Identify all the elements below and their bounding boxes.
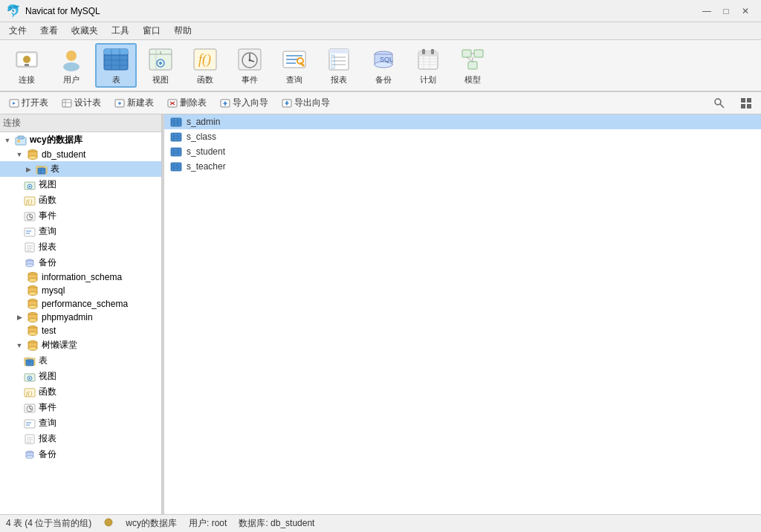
sidebar-shulanketan-tables[interactable]: 表 bbox=[0, 353, 161, 369]
new-table-button[interactable]: 新建表 bbox=[109, 94, 160, 111]
sidebar-mysql[interactable]: ▶ mysql bbox=[0, 284, 161, 297]
phpmyadmin-label: phpmyadmin bbox=[42, 312, 93, 322]
delete-table-button[interactable]: 删除表 bbox=[161, 94, 213, 111]
minimize-button[interactable]: — bbox=[697, 4, 716, 19]
toolbar-connect[interactable]: 连接 bbox=[6, 43, 48, 88]
export-wizard-button[interactable]: 导出向导 bbox=[276, 94, 336, 111]
sidebar-db-student[interactable]: ▼ db_student bbox=[0, 148, 161, 161]
design-table-button[interactable]: 设计表 bbox=[56, 94, 107, 111]
sidebar-queries-node[interactable]: 查询 bbox=[0, 224, 161, 239]
toolbar-schedule[interactable]: 计划 bbox=[407, 43, 449, 88]
sidebar-performance-schema[interactable]: ▶ performance_schema bbox=[0, 297, 161, 311]
sidebar-shulanketan-queries[interactable]: 查询 bbox=[0, 415, 161, 431]
status-database: 数据库: db_student bbox=[239, 517, 314, 530]
expand-shulanketan-icon: ▼ bbox=[15, 341, 24, 350]
table-icon bbox=[103, 46, 129, 73]
sidebar-connection-label: 连接 bbox=[0, 114, 161, 132]
tables-folder-icon-2 bbox=[24, 356, 36, 366]
sidebar-shulanketan-events[interactable]: 事件 bbox=[0, 400, 161, 415]
open-icon bbox=[9, 98, 19, 108]
database-icon-5 bbox=[27, 312, 39, 322]
table-row-s-class[interactable]: s_class bbox=[164, 129, 761, 144]
toolbar-query-label: 查询 bbox=[286, 74, 302, 85]
sidebar-test[interactable]: ▶ test bbox=[0, 324, 161, 337]
query-icon bbox=[281, 46, 308, 73]
user-icon bbox=[58, 46, 85, 73]
toolbar-view[interactable]: 视图 bbox=[140, 43, 181, 88]
table-row-s-student[interactable]: s_student bbox=[164, 144, 761, 159]
statusbar: 4 表 (4 位于当前的组) wcy的数据库 用户: root 数据库: db_… bbox=[0, 514, 761, 532]
shulanketan-tables-label: 表 bbox=[39, 354, 48, 367]
svg-rect-76 bbox=[741, 104, 745, 108]
table-row-s-teacher[interactable]: s_teacher bbox=[164, 159, 761, 174]
sidebar-shulanketan-reports[interactable]: 报表 bbox=[0, 431, 161, 447]
menu-file[interactable]: 文件 bbox=[3, 23, 33, 39]
toolbar-user[interactable]: 用户 bbox=[51, 43, 92, 88]
sidebar-root-connection[interactable]: ▼ wcy的数据库 bbox=[0, 132, 161, 148]
svg-point-116 bbox=[28, 305, 37, 309]
sidebar-backups-node[interactable]: 备份 bbox=[0, 255, 161, 270]
toolbar-report[interactable]: 报表 bbox=[318, 43, 360, 88]
search-button[interactable] bbox=[707, 95, 731, 111]
svg-rect-150 bbox=[171, 118, 181, 126]
backups-node-label: 备份 bbox=[39, 256, 56, 269]
svg-point-125 bbox=[28, 346, 37, 350]
sidebar-reports-node[interactable]: 报表 bbox=[0, 239, 161, 255]
sidebar-shulanketan-functions[interactable]: f() 函数 bbox=[0, 384, 161, 400]
svg-text:f(): f() bbox=[26, 389, 33, 397]
toolbar-backup-label: 备份 bbox=[375, 74, 392, 85]
svg-rect-86 bbox=[38, 168, 45, 174]
sidebar-shulanketan[interactable]: ▼ 树懒课堂 bbox=[0, 337, 161, 353]
svg-rect-7 bbox=[104, 49, 128, 55]
menu-help[interactable]: 帮助 bbox=[168, 23, 198, 39]
connection-icon bbox=[15, 135, 27, 146]
menu-tools[interactable]: 工具 bbox=[106, 23, 135, 39]
grid-view-button[interactable] bbox=[734, 95, 758, 111]
svg-text:SQL: SQL bbox=[380, 56, 393, 63]
shulanketan-views-label: 视图 bbox=[39, 370, 56, 383]
close-button[interactable]: ✕ bbox=[736, 4, 755, 19]
model-icon bbox=[459, 46, 486, 73]
report-icon bbox=[326, 46, 352, 73]
sidebar-info-schema[interactable]: ▶ information_schema bbox=[0, 270, 161, 284]
sidebar-shulanketan-backups[interactable]: 备份 bbox=[0, 447, 161, 462]
status-db-icon bbox=[103, 518, 114, 527]
import-icon bbox=[220, 98, 230, 108]
toolbar-backup[interactable]: SQL 备份 bbox=[363, 43, 404, 88]
svg-point-110 bbox=[28, 279, 37, 282]
backups-icon-2 bbox=[24, 450, 36, 460]
sidebar-events-node[interactable]: 事件 bbox=[0, 208, 161, 224]
open-table-button[interactable]: 打开表 bbox=[3, 94, 54, 111]
svg-rect-59 bbox=[62, 100, 71, 107]
sidebar-views-node[interactable]: 视图 bbox=[0, 177, 161, 192]
toolbar-table[interactable]: 表 bbox=[95, 43, 137, 88]
menu-view[interactable]: 查看 bbox=[34, 23, 64, 39]
views-icon bbox=[24, 180, 36, 190]
table-row-s-admin[interactable]: s_admin bbox=[164, 114, 761, 129]
toolbar-schedule-label: 计划 bbox=[420, 74, 436, 85]
toolbar-user-label: 用户 bbox=[63, 74, 80, 85]
svg-point-83 bbox=[28, 156, 37, 160]
info-schema-label: information_schema bbox=[42, 272, 122, 282]
queries-icon-2 bbox=[24, 418, 36, 429]
toolbar-event[interactable]: 事件 bbox=[229, 43, 271, 88]
maximize-button[interactable]: □ bbox=[716, 4, 736, 19]
import-wizard-button[interactable]: 导入向导 bbox=[214, 94, 274, 111]
svg-text:f(): f() bbox=[198, 52, 211, 68]
menu-favorites[interactable]: 收藏夹 bbox=[65, 23, 104, 39]
sidebar-tables-node[interactable]: ▶ 表 bbox=[0, 161, 161, 177]
function-icon: f() bbox=[192, 46, 218, 73]
menu-window[interactable]: 窗口 bbox=[137, 23, 166, 39]
sidebar-shulanketan-views[interactable]: 视图 bbox=[0, 369, 161, 384]
svg-rect-51 bbox=[462, 50, 471, 57]
connection-label-text: 连接 bbox=[3, 117, 21, 129]
toolbar-query[interactable]: 查询 bbox=[273, 43, 315, 88]
shulanketan-functions-label: 函数 bbox=[39, 386, 56, 398]
shulanketan-backups-label: 备份 bbox=[39, 448, 56, 461]
toolbar-function[interactable]: f() 函数 bbox=[184, 43, 226, 88]
toolbar-model[interactable]: 模型 bbox=[452, 43, 493, 88]
view-icon bbox=[147, 46, 174, 73]
sidebar-phpmyadmin[interactable]: ▶ phpmyadmin bbox=[0, 311, 161, 324]
reports-node-label: 报表 bbox=[39, 241, 56, 253]
sidebar-functions-node[interactable]: f() 函数 bbox=[0, 192, 161, 208]
